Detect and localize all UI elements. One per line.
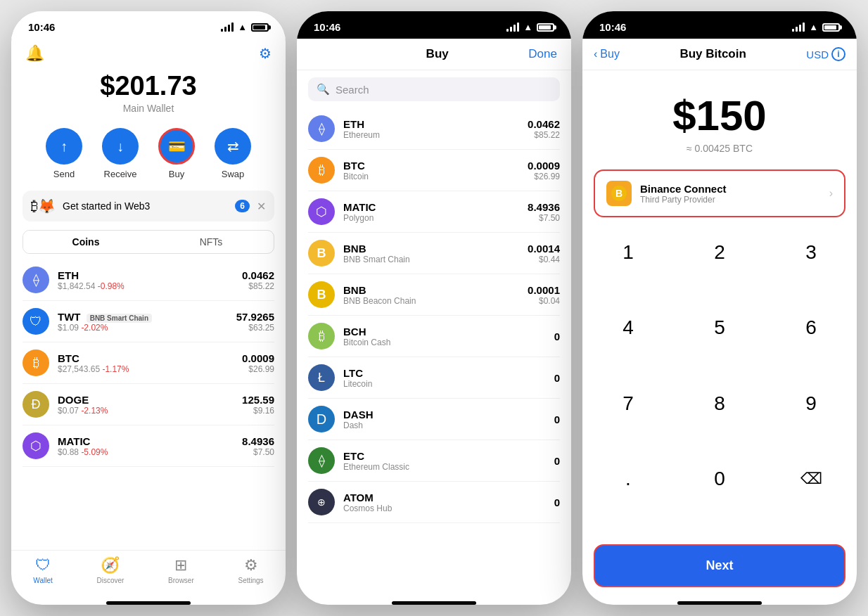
next-button[interactable]: Next [594,544,845,587]
wallet-nav-icon: 🛡 [35,556,51,575]
web3-close-button[interactable]: ✕ [257,200,266,213]
filter-icon[interactable]: ⚙ [259,45,272,62]
list-item[interactable]: ⊕ ATOM Cosmos Hub 0 [308,482,560,523]
receive-button[interactable]: ↓ Receive [102,128,139,179]
info-icon[interactable]: i [831,47,845,61]
numpad-key-3[interactable]: 3 [765,231,857,274]
time-2: 10:46 [314,21,340,33]
settings-nav-icon: ⚙ [244,556,258,575]
numpad-key-6[interactable]: 6 [765,307,857,349]
list-item[interactable]: ⬡ MATIC Polygon 8.4936 $7.50 [308,191,560,233]
screen-buy-bitcoin: 10:46 ▲ ‹ Buy Buy Bitcoin USD i [582,11,857,605]
home-indicator-2 [392,601,476,605]
web3-badge: 6 [235,200,250,212]
numpad-key-1[interactable]: 1 [582,231,674,274]
wifi-icon: ▲ [238,22,247,32]
done-button[interactable]: Done [528,47,557,61]
search-icon: 🔍 [317,83,330,96]
signal-icon-3 [792,23,805,32]
list-item[interactable]: B BNB BNB Beacon Chain 0.0001 $0.04 [308,274,560,316]
list-item[interactable]: ⟠ ETC Ethereum Classic 0 [308,440,560,482]
numpad-key-9[interactable]: 9 [765,383,857,425]
tab-coins[interactable]: Coins [23,231,148,253]
buy-button[interactable]: 💳 Buy [158,128,195,179]
search-input[interactable]: Search [336,84,551,96]
buy-list-title: Buy [426,47,449,61]
wifi-icon-2: ▲ [523,22,532,32]
numpad-key-dot[interactable]: . [582,458,674,500]
numpad-key-0[interactable]: 0 [674,458,765,500]
back-button[interactable]: ‹ Buy [594,48,620,60]
web3-icons: ₿🦊 [31,198,56,214]
wallet-content: 🔔 ⚙ $201.73 Main Wallet ↑ Send ↓ Receive… [11,39,286,605]
status-bar-1: 10:46 ▲ [11,11,286,39]
battery-icon-3 [822,23,840,32]
buy-bitcoin-content: ‹ Buy Buy Bitcoin USD i $150 ≈ 0.00425 B… [582,39,857,605]
screen-buy-list: 10:46 ▲ Buy Done 🔍 Search [297,11,571,605]
list-item[interactable]: D DASH Dash 0 [308,399,560,440]
status-bar-3: 10:46 ▲ [582,11,857,39]
nav-wallet[interactable]: 🛡 Wallet [33,556,52,584]
numpad-key-5[interactable]: 5 [674,307,765,349]
list-item[interactable]: Ð DOGE $0.07 -2.13% 125.59 $9.16 [23,384,274,425]
time-3: 10:46 [599,21,626,33]
amount-btc: ≈ 0.00425 BTC [596,143,843,154]
nav-browser[interactable]: ⊞ Browser [168,556,194,584]
list-item[interactable]: ⟠ ETH $1,842.54 -0.98% 0.0462 $85.22 [23,259,274,301]
nav-discover[interactable]: 🧭 Discover [96,556,124,584]
list-item[interactable]: ₿ BTC $27,543.65 -1.17% 0.0009 $26.99 [23,342,274,384]
bell-icon[interactable]: 🔔 [25,44,44,63]
chevron-left-icon: ‹ [594,48,597,60]
home-indicator-3 [677,601,762,605]
buy-bitcoin-header: ‹ Buy Buy Bitcoin USD i [582,39,857,70]
wifi-icon-3: ▲ [809,22,818,32]
btc-icon: ₿ [23,349,49,376]
eth-icon: ⟠ [23,267,49,293]
numpad: 1 2 3 4 5 6 7 8 9 . 0 ⌫ [582,231,857,533]
discover-nav-icon: 🧭 [101,556,120,575]
numpad-key-2[interactable]: 2 [674,231,765,274]
send-button[interactable]: ↑ Send [46,128,82,179]
tab-nfts[interactable]: NFTs [148,231,274,253]
nav-settings[interactable]: ⚙ Settings [238,556,263,584]
search-bar[interactable]: 🔍 Search [308,77,560,101]
battery-icon [251,23,269,32]
chevron-right-icon: › [829,187,833,200]
status-icons-2: ▲ [506,22,554,32]
list-item[interactable]: ⟠ ETH Ethereum 0.0462 $85.22 [308,108,560,150]
amount-display: $150 ≈ 0.00425 BTC [582,70,857,161]
page-title: Buy Bitcoin [679,47,746,61]
numpad-key-7[interactable]: 7 [582,383,674,425]
status-icons-3: ▲ [792,22,840,32]
swap-button[interactable]: ⇄ Swap [215,128,251,179]
numpad-key-4[interactable]: 4 [582,307,674,349]
numpad-key-8[interactable]: 8 [674,383,765,425]
list-item[interactable]: ₿ BTC Bitcoin 0.0009 $26.99 [308,150,560,191]
screen-wallet: 10:46 ▲ 🔔 ⚙ $201.73 Main Wallet ↑ [11,11,286,605]
provider-sub: Third Party Provider [640,195,821,205]
web3-text: Get started in Web3 [63,200,228,212]
home-indicator [106,601,191,605]
provider-card[interactable]: B Binance Connect Third Party Provider › [594,169,845,217]
list-item[interactable]: 🛡 TWT BNB Smart Chain $1.09 -2.02% 57.92… [23,301,274,342]
battery-icon-2 [537,23,554,32]
numpad-key-backspace[interactable]: ⌫ [765,458,857,500]
matic-icon: ⬡ [23,432,49,459]
amount-value: $150 [596,91,843,140]
list-item[interactable]: ⬡ MATIC $0.88 -5.09% 8.4936 $7.50 [23,425,274,467]
list-item[interactable]: ₿ BCH Bitcoin Cash 0 [308,316,560,357]
list-item[interactable]: Ł LTC Litecoin 0 [308,357,560,399]
provider-logo: B [606,181,632,206]
balance-label: Main Wallet [11,103,286,114]
list-item[interactable]: B BNB BNB Smart Chain 0.0014 $0.44 [308,233,560,274]
currency-button[interactable]: USD i [806,47,845,61]
signal-icon-2 [506,23,519,32]
balance-amount: $201.73 [11,71,286,101]
buy-list-header: Buy Done [297,39,571,70]
status-bar-2: 10:46 ▲ [297,11,571,39]
signal-icon [221,23,234,32]
browser-nav-icon: ⊞ [174,556,187,575]
asset-tabs: Coins NFTs [23,230,274,254]
balance-section: $201.73 Main Wallet [11,65,286,122]
web3-banner[interactable]: ₿🦊 Get started in Web3 6 ✕ [23,191,274,222]
